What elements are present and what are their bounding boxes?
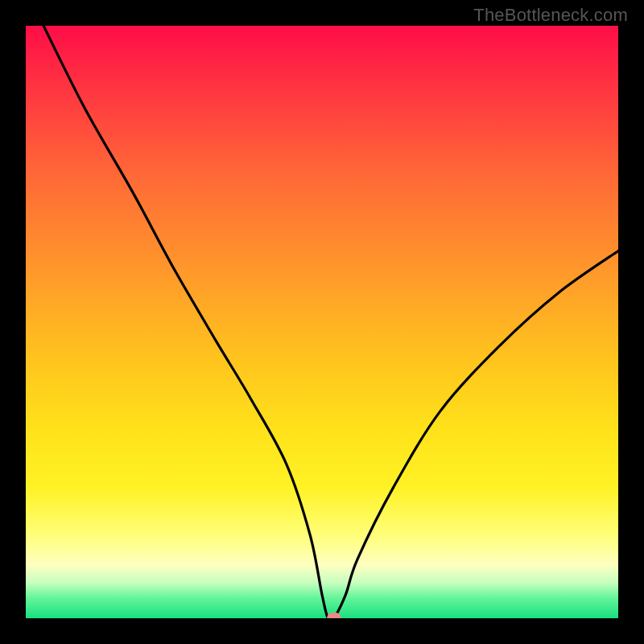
optimum-marker — [327, 613, 341, 618]
plot-area — [26, 26, 618, 618]
watermark-text: TheBottleneck.com — [473, 5, 628, 26]
curve-path — [43, 26, 618, 618]
bottleneck-curve — [26, 26, 618, 618]
